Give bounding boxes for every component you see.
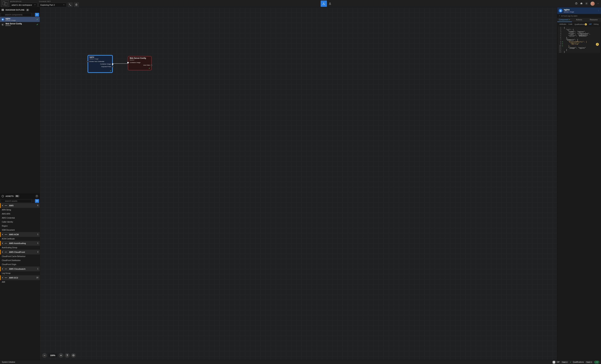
socket-docker-credential[interactable]: Docker Hub Credential (88, 60, 112, 63)
zoom-out-button[interactable]: − (42, 353, 47, 358)
asset-category[interactable]: ▾awsAWS6 (0, 203, 40, 208)
code-line: 9+ "80/tcp" (558, 43, 600, 45)
diff-icon: 〰 (553, 361, 555, 364)
qualifications-badge: 1 (585, 23, 587, 25)
detail-menu-button[interactable]: ⋮ (598, 10, 600, 12)
socket-user-data[interactable]: User Data (128, 64, 151, 66)
canvas[interactable]: nginx Docker Image Docker Hub Credential… (40, 7, 557, 360)
zoom-in-button[interactable]: + (59, 353, 63, 358)
detail-header: ◉ nginx Docker Image ⋮ (557, 7, 601, 14)
eye-icon (72, 354, 75, 357)
check-icon: ✔ (569, 19, 570, 21)
footer-qual-total: Total: 2 (585, 361, 593, 363)
asset-category[interactable]: ▾awsAWS Cloudwatch1 (0, 267, 40, 271)
node-nginx[interactable]: nginx Docker Image Docker Hub Credential… (88, 55, 113, 73)
assets-search-input[interactable] (1, 199, 31, 203)
asset-item[interactable]: CloudFront Origin (0, 263, 40, 267)
outline-search-input[interactable] (1, 13, 31, 17)
asset-item[interactable]: Log Group (0, 271, 40, 275)
socket-container-image-in[interactable]: Container Image (128, 61, 151, 64)
app-logo[interactable] (1, 0, 9, 7)
changeset-label: CHANGE SET: (39, 0, 51, 2)
assets-title: ASSETS (6, 195, 14, 197)
app-name: System Initiative (2, 361, 15, 363)
detail-title: nginx (564, 9, 574, 11)
assets-list[interactable]: ▾awsAWS6ARN StringAWS ARNAWS CredentialC… (0, 203, 40, 360)
workspace-dropdown[interactable]: WORKSPACE: adam's dev workspace ▼ (10, 3, 37, 7)
asset-item[interactable]: SSM Document (0, 228, 40, 232)
outline-item-webserver[interactable]: ◐ Web Server Config Butane ✔ (0, 22, 40, 27)
user-avatar[interactable] (590, 1, 595, 6)
code-line: 2 "si": { (558, 29, 600, 31)
changeset-value: Exploring Part 2 (40, 4, 55, 6)
assets-filter-button[interactable] (35, 199, 39, 203)
asset-item[interactable]: ACM Certificate (0, 237, 40, 241)
tab-resource[interactable]: Resource (586, 18, 601, 22)
tab-qualifications[interactable]: Qualifications1 (574, 23, 588, 26)
docker-icon: ◉ (1, 18, 4, 21)
tab-component[interactable]: Component✔ (557, 18, 572, 22)
asset-category[interactable]: ▾awsAWS ACM1 (0, 232, 40, 237)
node-webserver[interactable]: Web Server Config Butane Container Image… (128, 56, 152, 70)
outline-filter-button[interactable] (35, 13, 39, 17)
outline-item-sub: Butane (6, 25, 22, 27)
diff-count-badge: 2 (596, 43, 599, 46)
topbar: WORKSPACE: adam's dev workspace ▼ CHANGE… (0, 0, 601, 7)
code-line: 10+ ], (558, 45, 600, 47)
asset-item[interactable]: CloudFront Distribution (0, 258, 40, 263)
asset-item[interactable]: Region (0, 224, 40, 228)
asset-category[interactable]: ▾awsAWS AutoScaling1 (0, 241, 40, 246)
asset-category[interactable]: ▾awsAWS CloudFront3 (0, 250, 40, 254)
code-line: 6 }, (558, 37, 600, 39)
socket-container-image[interactable]: Container Image (88, 63, 112, 65)
tab-actions[interactable]: Actions (572, 18, 587, 22)
chevron-down-icon[interactable]: ▼ (597, 3, 599, 4)
tab-diff[interactable]: Diff (588, 23, 592, 26)
zoom-fit-button[interactable] (71, 353, 76, 358)
edge-nginx-to-butane[interactable] (113, 63, 128, 64)
tab-code[interactable]: Code (568, 23, 573, 26)
check-icon: ✔ (570, 361, 571, 363)
changeset-dropdown[interactable]: CHANGE SET: Exploring Part 2 ▼ (39, 3, 66, 7)
asset-item[interactable]: Caller Identity (0, 220, 40, 224)
asset-item[interactable]: AWS ARN (0, 212, 40, 216)
hexagon-icon (1, 195, 4, 197)
asset-item[interactable]: AWS Credential (0, 216, 40, 220)
node-title: nginx (89, 56, 111, 58)
footer-diff-label[interactable]: Diff (557, 361, 560, 363)
detail-primary-tabs: Component✔ Actions Resource (557, 18, 601, 22)
asset-item[interactable]: ARN String (0, 208, 40, 212)
delete-changeset-button[interactable] (74, 2, 79, 7)
node-subtitle: Docker Image (89, 58, 111, 60)
asset-category[interactable]: ▾awsAWS EC218 (0, 275, 40, 280)
merge-icon (69, 3, 71, 6)
node-subtitle: Butane (130, 59, 150, 61)
svg-point-4 (586, 3, 587, 4)
svg-point-1 (323, 4, 323, 4)
tab-attributes[interactable]: Attributes (558, 23, 567, 26)
code-line: 7 "domain": { (558, 39, 600, 41)
diff-code-block[interactable]: 2 1{2 "si": {3 "name": "nginx",4 "type":… (558, 27, 600, 53)
assets-help-button[interactable]: ? (35, 195, 38, 198)
asset-item[interactable]: AMI (0, 280, 40, 284)
settings-button[interactable] (585, 2, 588, 5)
tab-debug[interactable]: Debug (593, 23, 600, 26)
asset-item[interactable]: CloudFront Cache Behaviour (0, 254, 40, 258)
zoom-help-button[interactable]: ? (65, 353, 70, 358)
filter-icon (36, 14, 38, 16)
assets-header: ASSETS 81 ? (0, 194, 40, 199)
model-mode-button[interactable] (321, 0, 327, 7)
socket-exposed-ports[interactable]: Exposed Ports (88, 65, 112, 68)
discord-button[interactable] (580, 2, 583, 5)
detail-subtitle: Docker Image (564, 11, 574, 13)
check-icon: ✔ (36, 18, 38, 21)
lab-mode-button[interactable] (327, 0, 333, 7)
merge-button[interactable] (68, 2, 72, 7)
outline-list: ◉ nginx Docker Image ✔ ◐ Web Server Conf… (0, 17, 40, 27)
outline-item-nginx[interactable]: ◉ nginx Docker Image ✔ (0, 17, 40, 22)
footer-qual-label[interactable]: Qualifications (573, 361, 584, 363)
help-button[interactable] (575, 2, 578, 5)
code-line: 4 "type": "component", (558, 33, 600, 35)
asset-item[interactable]: AutoScaling Group (0, 246, 40, 250)
detail-meta: 22 hours ago by adam (557, 14, 601, 18)
